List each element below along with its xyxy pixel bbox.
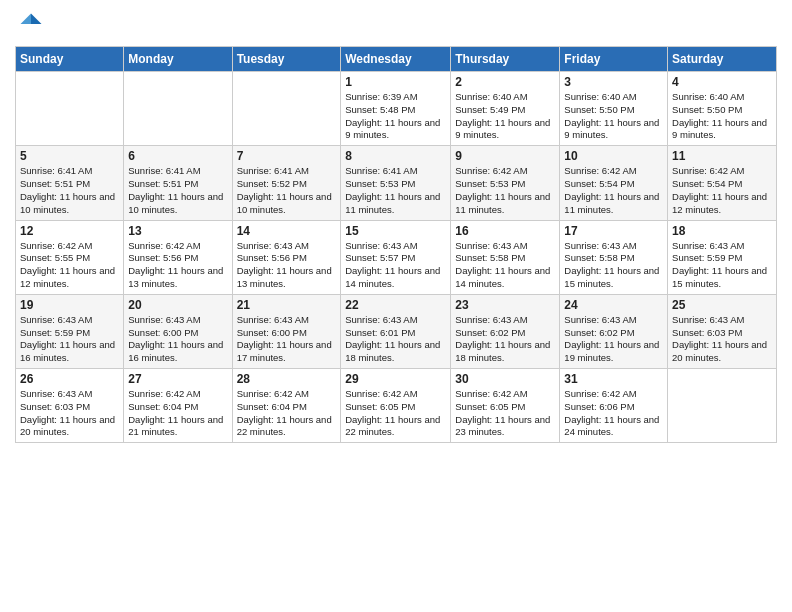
weekday-header-wednesday: Wednesday: [341, 47, 451, 72]
day-cell: 2Sunrise: 6:40 AM Sunset: 5:49 PM Daylig…: [451, 72, 560, 146]
day-number: 15: [345, 224, 446, 238]
week-row-1: 1Sunrise: 6:39 AM Sunset: 5:48 PM Daylig…: [16, 72, 777, 146]
svg-marker-0: [31, 14, 42, 25]
day-number: 2: [455, 75, 555, 89]
day-info: Sunrise: 6:42 AM Sunset: 6:05 PM Dayligh…: [455, 388, 555, 439]
weekday-header-thursday: Thursday: [451, 47, 560, 72]
day-info: Sunrise: 6:42 AM Sunset: 6:06 PM Dayligh…: [564, 388, 663, 439]
logo: [15, 10, 45, 38]
day-number: 19: [20, 298, 119, 312]
day-cell: 1Sunrise: 6:39 AM Sunset: 5:48 PM Daylig…: [341, 72, 451, 146]
day-number: 20: [128, 298, 227, 312]
day-cell: 30Sunrise: 6:42 AM Sunset: 6:05 PM Dayli…: [451, 369, 560, 443]
day-number: 25: [672, 298, 772, 312]
day-cell: 6Sunrise: 6:41 AM Sunset: 5:51 PM Daylig…: [124, 146, 232, 220]
weekday-header-sunday: Sunday: [16, 47, 124, 72]
week-row-3: 12Sunrise: 6:42 AM Sunset: 5:55 PM Dayli…: [16, 220, 777, 294]
day-number: 27: [128, 372, 227, 386]
day-number: 23: [455, 298, 555, 312]
header: [15, 10, 777, 38]
day-cell: 31Sunrise: 6:42 AM Sunset: 6:06 PM Dayli…: [560, 369, 668, 443]
day-number: 30: [455, 372, 555, 386]
day-info: Sunrise: 6:43 AM Sunset: 6:02 PM Dayligh…: [455, 314, 555, 365]
day-cell: 29Sunrise: 6:42 AM Sunset: 6:05 PM Dayli…: [341, 369, 451, 443]
day-info: Sunrise: 6:43 AM Sunset: 5:58 PM Dayligh…: [455, 240, 555, 291]
day-number: 22: [345, 298, 446, 312]
day-info: Sunrise: 6:43 AM Sunset: 5:58 PM Dayligh…: [564, 240, 663, 291]
day-info: Sunrise: 6:43 AM Sunset: 6:00 PM Dayligh…: [128, 314, 227, 365]
day-info: Sunrise: 6:43 AM Sunset: 6:00 PM Dayligh…: [237, 314, 337, 365]
page: SundayMondayTuesdayWednesdayThursdayFrid…: [0, 0, 792, 612]
day-cell: 15Sunrise: 6:43 AM Sunset: 5:57 PM Dayli…: [341, 220, 451, 294]
day-number: 5: [20, 149, 119, 163]
day-cell: [232, 72, 341, 146]
day-info: Sunrise: 6:43 AM Sunset: 5:59 PM Dayligh…: [20, 314, 119, 365]
day-info: Sunrise: 6:42 AM Sunset: 5:53 PM Dayligh…: [455, 165, 555, 216]
day-number: 29: [345, 372, 446, 386]
day-cell: 12Sunrise: 6:42 AM Sunset: 5:55 PM Dayli…: [16, 220, 124, 294]
day-info: Sunrise: 6:43 AM Sunset: 6:03 PM Dayligh…: [672, 314, 772, 365]
day-number: 16: [455, 224, 555, 238]
day-cell: 18Sunrise: 6:43 AM Sunset: 5:59 PM Dayli…: [668, 220, 777, 294]
day-cell: 5Sunrise: 6:41 AM Sunset: 5:51 PM Daylig…: [16, 146, 124, 220]
day-info: Sunrise: 6:42 AM Sunset: 6:04 PM Dayligh…: [128, 388, 227, 439]
day-cell: 24Sunrise: 6:43 AM Sunset: 6:02 PM Dayli…: [560, 294, 668, 368]
day-info: Sunrise: 6:43 AM Sunset: 6:02 PM Dayligh…: [564, 314, 663, 365]
day-info: Sunrise: 6:43 AM Sunset: 6:01 PM Dayligh…: [345, 314, 446, 365]
weekday-header-monday: Monday: [124, 47, 232, 72]
day-cell: 9Sunrise: 6:42 AM Sunset: 5:53 PM Daylig…: [451, 146, 560, 220]
week-row-5: 26Sunrise: 6:43 AM Sunset: 6:03 PM Dayli…: [16, 369, 777, 443]
day-cell: 27Sunrise: 6:42 AM Sunset: 6:04 PM Dayli…: [124, 369, 232, 443]
day-info: Sunrise: 6:42 AM Sunset: 5:54 PM Dayligh…: [564, 165, 663, 216]
day-cell: 8Sunrise: 6:41 AM Sunset: 5:53 PM Daylig…: [341, 146, 451, 220]
weekday-header-tuesday: Tuesday: [232, 47, 341, 72]
day-info: Sunrise: 6:42 AM Sunset: 6:05 PM Dayligh…: [345, 388, 446, 439]
day-cell: 21Sunrise: 6:43 AM Sunset: 6:00 PM Dayli…: [232, 294, 341, 368]
day-number: 9: [455, 149, 555, 163]
week-row-4: 19Sunrise: 6:43 AM Sunset: 5:59 PM Dayli…: [16, 294, 777, 368]
day-info: Sunrise: 6:41 AM Sunset: 5:51 PM Dayligh…: [20, 165, 119, 216]
day-number: 24: [564, 298, 663, 312]
day-info: Sunrise: 6:43 AM Sunset: 5:57 PM Dayligh…: [345, 240, 446, 291]
day-info: Sunrise: 6:40 AM Sunset: 5:50 PM Dayligh…: [672, 91, 772, 142]
day-cell: 11Sunrise: 6:42 AM Sunset: 5:54 PM Dayli…: [668, 146, 777, 220]
day-cell: 4Sunrise: 6:40 AM Sunset: 5:50 PM Daylig…: [668, 72, 777, 146]
day-number: 18: [672, 224, 772, 238]
day-number: 7: [237, 149, 337, 163]
day-cell: 17Sunrise: 6:43 AM Sunset: 5:58 PM Dayli…: [560, 220, 668, 294]
day-number: 31: [564, 372, 663, 386]
day-number: 12: [20, 224, 119, 238]
day-number: 10: [564, 149, 663, 163]
day-number: 11: [672, 149, 772, 163]
day-number: 28: [237, 372, 337, 386]
day-cell: 28Sunrise: 6:42 AM Sunset: 6:04 PM Dayli…: [232, 369, 341, 443]
day-cell: 3Sunrise: 6:40 AM Sunset: 5:50 PM Daylig…: [560, 72, 668, 146]
day-info: Sunrise: 6:41 AM Sunset: 5:51 PM Dayligh…: [128, 165, 227, 216]
day-number: 4: [672, 75, 772, 89]
weekday-header-friday: Friday: [560, 47, 668, 72]
day-info: Sunrise: 6:42 AM Sunset: 5:55 PM Dayligh…: [20, 240, 119, 291]
weekday-header-saturday: Saturday: [668, 47, 777, 72]
day-cell: [16, 72, 124, 146]
logo-icon: [17, 10, 45, 38]
day-number: 13: [128, 224, 227, 238]
day-cell: 7Sunrise: 6:41 AM Sunset: 5:52 PM Daylig…: [232, 146, 341, 220]
week-row-2: 5Sunrise: 6:41 AM Sunset: 5:51 PM Daylig…: [16, 146, 777, 220]
day-info: Sunrise: 6:43 AM Sunset: 5:56 PM Dayligh…: [237, 240, 337, 291]
day-info: Sunrise: 6:42 AM Sunset: 5:54 PM Dayligh…: [672, 165, 772, 216]
day-info: Sunrise: 6:42 AM Sunset: 6:04 PM Dayligh…: [237, 388, 337, 439]
day-cell: 10Sunrise: 6:42 AM Sunset: 5:54 PM Dayli…: [560, 146, 668, 220]
day-info: Sunrise: 6:42 AM Sunset: 5:56 PM Dayligh…: [128, 240, 227, 291]
day-number: 21: [237, 298, 337, 312]
day-cell: 22Sunrise: 6:43 AM Sunset: 6:01 PM Dayli…: [341, 294, 451, 368]
day-number: 8: [345, 149, 446, 163]
day-info: Sunrise: 6:41 AM Sunset: 5:52 PM Dayligh…: [237, 165, 337, 216]
day-cell: 20Sunrise: 6:43 AM Sunset: 6:00 PM Dayli…: [124, 294, 232, 368]
day-cell: [668, 369, 777, 443]
weekday-header-row: SundayMondayTuesdayWednesdayThursdayFrid…: [16, 47, 777, 72]
day-number: 6: [128, 149, 227, 163]
day-number: 1: [345, 75, 446, 89]
day-number: 14: [237, 224, 337, 238]
day-info: Sunrise: 6:43 AM Sunset: 5:59 PM Dayligh…: [672, 240, 772, 291]
day-info: Sunrise: 6:40 AM Sunset: 5:49 PM Dayligh…: [455, 91, 555, 142]
